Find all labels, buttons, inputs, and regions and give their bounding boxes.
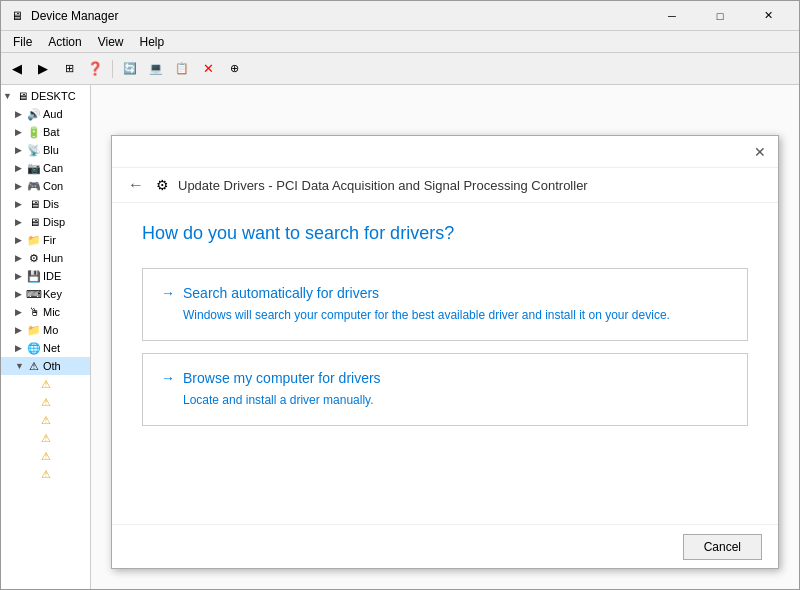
option-auto-search[interactable]: → Search automatically for drivers Windo… (142, 268, 748, 341)
dialog-question: How do you want to search for drivers? (142, 223, 748, 244)
toolbar-drivers[interactable]: 📋 (170, 57, 194, 81)
content-area: ▼ 🖥 DESKTC ▶ 🔊 Aud ▶ 🔋 Bat ▶ 📡 Blu ▶ (1, 85, 799, 589)
sidebar-item-bat[interactable]: ▶ 🔋 Bat (1, 123, 90, 141)
sidebar-item-con[interactable]: ▶ 🎮 Con (1, 177, 90, 195)
toolbar: ◀ ▶ ⊞ ❓ 🔄 💻 📋 ✕ ⊕ (1, 53, 799, 85)
icon-sub-0: ⚠ (39, 377, 53, 391)
label-aud: Aud (43, 108, 63, 120)
toolbar-help[interactable]: ❓ (83, 57, 107, 81)
icon-oth: ⚠ (27, 359, 41, 373)
window-controls: ─ □ ✕ (649, 1, 791, 31)
expand-dis: ▶ (15, 199, 27, 209)
sidebar-item-disp[interactable]: ▶ 🖥 Disp (1, 213, 90, 231)
icon-con: 🎮 (27, 179, 41, 193)
sidebar-item-fir[interactable]: ▶ 📁 Fir (1, 231, 90, 249)
label-con: Con (43, 180, 63, 192)
expand-mo: ▶ (15, 325, 27, 335)
label-ide: IDE (43, 270, 61, 282)
dialog-titlebar: ✕ (112, 136, 778, 168)
sidebar-subitem-5[interactable]: ⚠ (1, 465, 90, 483)
update-drivers-dialog: ✕ ← ⚙ Update Drivers - PCI Data Acquisit… (111, 135, 779, 569)
sidebar: ▼ 🖥 DESKTC ▶ 🔊 Aud ▶ 🔋 Bat ▶ 📡 Blu ▶ (1, 85, 91, 589)
icon-net: 🌐 (27, 341, 41, 355)
expand-disp: ▶ (15, 217, 27, 227)
icon-sub-3: ⚠ (39, 431, 53, 445)
option-browse-text: Browse my computer for drivers (183, 370, 381, 386)
expand-mic: ▶ (15, 307, 27, 317)
expand-can: ▶ (15, 163, 27, 173)
option-browse[interactable]: → Browse my computer for drivers Locate … (142, 353, 748, 426)
label-hun: Hun (43, 252, 63, 264)
label-mo: Mo (43, 324, 58, 336)
icon-dis: 🖥 (27, 197, 41, 211)
sidebar-item-can[interactable]: ▶ 📷 Can (1, 159, 90, 177)
toolbar-scan[interactable]: 🔄 (118, 57, 142, 81)
sidebar-item-ide[interactable]: ▶ 💾 IDE (1, 267, 90, 285)
label-disp: Disp (43, 216, 65, 228)
sidebar-item-hun[interactable]: ▶ ⚙ Hun (1, 249, 90, 267)
main-window: 🖥 Device Manager ─ □ ✕ File Action View … (0, 0, 800, 590)
label-fir: Fir (43, 234, 56, 246)
label-mic: Mic (43, 306, 60, 318)
toolbar-computer[interactable]: 💻 (144, 57, 168, 81)
toolbar-properties[interactable]: ⊞ (57, 57, 81, 81)
icon-bat: 🔋 (27, 125, 41, 139)
label-bat: Bat (43, 126, 60, 138)
toolbar-back[interactable]: ◀ (5, 57, 29, 81)
main-content: ✕ ← ⚙ Update Drivers - PCI Data Acquisit… (91, 85, 799, 589)
icon-hun: ⚙ (27, 251, 41, 265)
icon-aud: 🔊 (27, 107, 41, 121)
dialog-title-icon: ⚙ (154, 177, 170, 193)
expand-fir: ▶ (15, 235, 27, 245)
dialog-back-button[interactable]: ← (128, 176, 144, 194)
minimize-button[interactable]: ─ (649, 1, 695, 31)
expand-blu: ▶ (15, 145, 27, 155)
menu-help[interactable]: Help (132, 33, 173, 51)
sidebar-item-key[interactable]: ▶ ⌨ Key (1, 285, 90, 303)
option-browse-link[interactable]: → Browse my computer for drivers (161, 370, 729, 386)
title-bar: 🖥 Device Manager ─ □ ✕ (1, 1, 799, 31)
sidebar-subitem-2[interactable]: ⚠ (1, 411, 90, 429)
sidebar-item-net[interactable]: ▶ 🌐 Net (1, 339, 90, 357)
label-key: Key (43, 288, 62, 300)
tree-root[interactable]: ▼ 🖥 DESKTC (1, 87, 90, 105)
sidebar-item-blu[interactable]: ▶ 📡 Blu (1, 141, 90, 159)
sidebar-subitem-3[interactable]: ⚠ (1, 429, 90, 447)
option-auto-arrow: → (161, 285, 175, 301)
sidebar-subitem-4[interactable]: ⚠ (1, 447, 90, 465)
sidebar-subitem-1[interactable]: ⚠ (1, 393, 90, 411)
maximize-button[interactable]: □ (697, 1, 743, 31)
menu-action[interactable]: Action (40, 33, 89, 51)
option-auto-link[interactable]: → Search automatically for drivers (161, 285, 729, 301)
option-auto-desc: Windows will search your computer for th… (161, 307, 729, 324)
sidebar-item-mic[interactable]: ▶ 🖱 Mic (1, 303, 90, 321)
close-button[interactable]: ✕ (745, 1, 791, 31)
toolbar-forward[interactable]: ▶ (31, 57, 55, 81)
icon-sub-5: ⚠ (39, 467, 53, 481)
window-title: Device Manager (31, 9, 649, 23)
cancel-button[interactable]: Cancel (683, 534, 762, 560)
option-auto-text: Search automatically for drivers (183, 285, 379, 301)
sidebar-item-mo[interactable]: ▶ 📁 Mo (1, 321, 90, 339)
icon-fir: 📁 (27, 233, 41, 247)
option-browse-desc: Locate and install a driver manually. (161, 392, 729, 409)
expand-con: ▶ (15, 181, 27, 191)
expand-aud: ▶ (15, 109, 27, 119)
sidebar-item-dis[interactable]: ▶ 🖥 Dis (1, 195, 90, 213)
menu-view[interactable]: View (90, 33, 132, 51)
expand-ide: ▶ (15, 271, 27, 281)
tree-label-root: DESKTC (31, 90, 76, 102)
dialog-close-button[interactable]: ✕ (750, 142, 770, 162)
dialog-header: ← ⚙ Update Drivers - PCI Data Acquisitio… (112, 168, 778, 203)
label-blu: Blu (43, 144, 59, 156)
toolbar-update[interactable]: ⊕ (222, 57, 246, 81)
toolbar-separator-1 (112, 60, 113, 78)
sidebar-item-oth[interactable]: ▼ ⚠ Oth (1, 357, 90, 375)
icon-mo: 📁 (27, 323, 41, 337)
toolbar-remove[interactable]: ✕ (196, 57, 220, 81)
option-browse-arrow: → (161, 370, 175, 386)
sidebar-item-aud[interactable]: ▶ 🔊 Aud (1, 105, 90, 123)
sidebar-subitem-0[interactable]: ⚠ (1, 375, 90, 393)
icon-sub-1: ⚠ (39, 395, 53, 409)
menu-file[interactable]: File (5, 33, 40, 51)
